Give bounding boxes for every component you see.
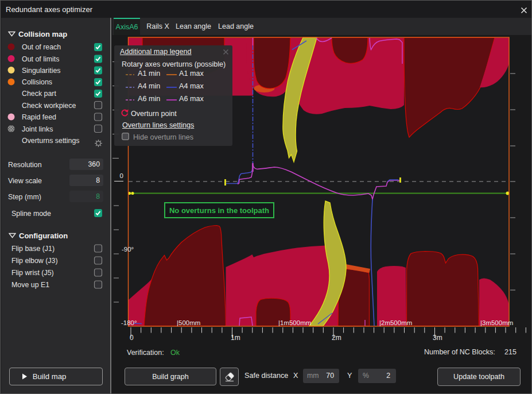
svg-text:|3m500mm: |3m500mm: [480, 319, 513, 326]
svg-text:-180°: -180°: [121, 319, 137, 326]
svg-text:1m: 1m: [231, 334, 240, 342]
svg-text:|1m500mm: |1m500mm: [278, 319, 311, 326]
svg-text:2m: 2m: [332, 334, 341, 342]
svg-text:-90°: -90°: [122, 246, 134, 253]
svg-text:0: 0: [120, 172, 123, 179]
svg-text:0: 0: [130, 334, 134, 342]
svg-text:3m: 3m: [433, 334, 442, 342]
svg-text:|2m500mm: |2m500mm: [379, 319, 412, 326]
svg-text:|500mm: |500mm: [177, 319, 200, 326]
